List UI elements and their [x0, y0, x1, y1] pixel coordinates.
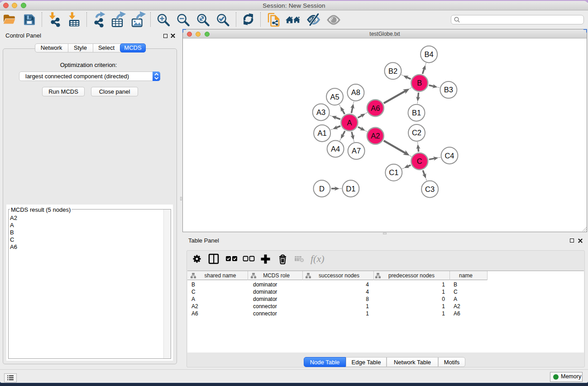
- svg-text:A4: A4: [331, 145, 340, 153]
- svg-text:C: C: [417, 157, 422, 165]
- svg-text:C1: C1: [389, 168, 398, 176]
- svg-text:B1: B1: [412, 109, 421, 117]
- svg-text:A3: A3: [316, 108, 325, 116]
- svg-text:A8: A8: [351, 88, 360, 96]
- svg-text:A5: A5: [330, 93, 339, 101]
- svg-text:B3: B3: [444, 86, 453, 94]
- svg-text:B2: B2: [388, 67, 397, 75]
- svg-text:C2: C2: [412, 129, 421, 137]
- svg-text:B: B: [417, 79, 422, 87]
- svg-text:A6: A6: [371, 104, 380, 112]
- svg-text:C4: C4: [445, 152, 454, 160]
- svg-text:A2: A2: [371, 132, 380, 140]
- svg-text:A7: A7: [352, 147, 361, 155]
- svg-text:C3: C3: [425, 185, 435, 193]
- svg-text:f(x): f(x): [311, 253, 325, 264]
- svg-text:D: D: [319, 185, 325, 193]
- svg-text:D1: D1: [346, 185, 355, 193]
- svg-text:A: A: [347, 119, 352, 127]
- svg-text:A1: A1: [318, 129, 327, 137]
- svg-text:B4: B4: [425, 50, 434, 58]
